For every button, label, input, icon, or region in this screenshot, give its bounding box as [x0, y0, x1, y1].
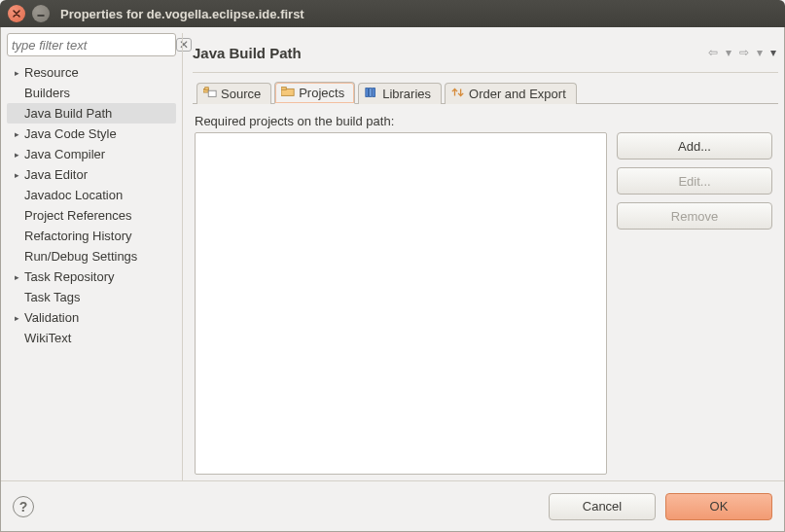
- expand-icon[interactable]: ▸: [11, 313, 22, 323]
- tab-label: Order and Export: [469, 87, 566, 101]
- edit-button: Edit...: [617, 167, 772, 195]
- expand-icon[interactable]: ▸: [11, 129, 22, 139]
- sidebar-item-refactoring-history[interactable]: Refactoring History: [7, 226, 176, 246]
- source-icon: [203, 87, 217, 101]
- projects-icon: [281, 86, 295, 100]
- tab-label: Source: [221, 87, 261, 101]
- tab-label: Libraries: [382, 87, 431, 101]
- expand-icon[interactable]: ▸: [11, 68, 22, 78]
- window-title: Properties for de.vogella.eclipse.ide.fi…: [60, 7, 304, 21]
- tab-order-and-export[interactable]: Order and Export: [445, 83, 577, 104]
- sidebar-item-java-compiler[interactable]: ▸Java Compiler: [7, 144, 176, 164]
- expand-icon[interactable]: ▸: [11, 150, 22, 160]
- back-icon[interactable]: ⇦: [706, 44, 720, 61]
- sidebar-item-validation[interactable]: ▸Validation: [7, 307, 176, 328]
- svg-rect-4: [281, 88, 286, 90]
- sidebar-item-label: Java Code Style: [24, 126, 117, 141]
- svg-rect-6: [370, 89, 373, 97]
- sidebar-item-label: Refactoring History: [24, 229, 132, 243]
- required-projects-label: Required projects on the build path:: [195, 114, 772, 128]
- category-tree[interactable]: ▸ResourceBuildersJava Build Path▸Java Co…: [7, 62, 176, 480]
- svg-rect-7: [373, 89, 375, 97]
- close-icon[interactable]: [8, 5, 25, 22]
- sidebar-item-label: WikiText: [24, 331, 71, 345]
- sidebar-item-project-references[interactable]: Project References: [7, 205, 176, 226]
- project-buttons: Add... Edit... Remove: [617, 132, 772, 475]
- libraries-icon: [365, 87, 378, 101]
- sidebar-item-label: Run/Debug Settings: [24, 249, 137, 264]
- minimize-icon[interactable]: [32, 5, 50, 22]
- cancel-button[interactable]: Cancel: [549, 493, 656, 520]
- sidebar-item-label: Validation: [24, 310, 79, 325]
- sidebar-item-label: Task Repository: [24, 269, 114, 284]
- expand-icon[interactable]: ▸: [11, 272, 22, 282]
- sidebar-item-label: Project References: [24, 208, 132, 223]
- back-menu-icon[interactable]: ▾: [724, 44, 733, 61]
- sidebar-item-resource[interactable]: ▸Resource: [7, 62, 176, 83]
- sidebar-item-run-debug-settings[interactable]: Run/Debug Settings: [7, 246, 176, 266]
- dialog-footer: ? Cancel OK: [1, 480, 784, 531]
- titlebar: Properties for de.vogella.eclipse.ide.fi…: [0, 0, 785, 27]
- sidebar-item-builders[interactable]: Builders: [7, 83, 176, 103]
- sidebar-item-label: Task Tags: [24, 290, 81, 304]
- sidebar-item-task-repository[interactable]: ▸Task Repository: [7, 266, 176, 287]
- sidebar-item-label: Javadoc Location: [24, 188, 123, 202]
- sidebar-item-label: Resource: [24, 65, 79, 80]
- ok-button[interactable]: OK: [665, 493, 772, 520]
- remove-button: Remove: [617, 202, 772, 230]
- sidebar-item-java-editor[interactable]: ▸Java Editor: [7, 164, 176, 185]
- filter-input[interactable]: [12, 38, 176, 53]
- tab-projects-body: Required projects on the build path: Add…: [193, 104, 778, 480]
- tabbar: SourceProjectsLibrariesOrder and Export: [193, 81, 778, 104]
- filter-field[interactable]: ✕: [7, 33, 176, 56]
- header-separator: [193, 72, 778, 73]
- tab-source[interactable]: Source: [196, 83, 271, 104]
- required-projects-list[interactable]: [195, 132, 607, 475]
- header-nav-icons: ⇦ ▾ ⇨ ▾ ▾: [706, 44, 778, 61]
- sidebar-item-label: Java Build Path: [24, 106, 112, 121]
- svg-rect-1: [205, 88, 209, 90]
- sidebar-item-java-code-style[interactable]: ▸Java Code Style: [7, 124, 176, 144]
- help-icon[interactable]: ?: [13, 496, 34, 517]
- view-menu-icon[interactable]: ▾: [768, 44, 778, 61]
- page-title: Java Build Path: [193, 45, 302, 61]
- sidebar-item-label: Builders: [24, 86, 70, 100]
- forward-menu-icon[interactable]: ▾: [755, 44, 765, 61]
- forward-icon[interactable]: ⇨: [737, 44, 751, 61]
- tab-label: Projects: [299, 86, 344, 100]
- order-and-export-icon: [451, 87, 465, 101]
- sidebar-item-task-tags[interactable]: Task Tags: [7, 287, 176, 307]
- expand-icon[interactable]: ▸: [11, 170, 22, 180]
- sidebar-item-wikitext[interactable]: WikiText: [7, 328, 176, 348]
- svg-rect-5: [366, 89, 369, 97]
- tab-projects[interactable]: Projects: [274, 82, 355, 104]
- tab-libraries[interactable]: Libraries: [358, 83, 442, 104]
- add-button[interactable]: Add...: [617, 132, 772, 160]
- sidebar-item-javadoc-location[interactable]: Javadoc Location: [7, 185, 176, 205]
- sidebar-item-java-build-path[interactable]: Java Build Path: [7, 103, 176, 124]
- content-area: Java Build Path ⇦ ▾ ⇨ ▾ ▾ SourceProjects…: [182, 33, 778, 480]
- sidebar-item-label: Java Compiler: [24, 147, 105, 161]
- sidebar: ✕ ▸ResourceBuildersJava Build Path▸Java …: [7, 33, 176, 480]
- svg-rect-2: [208, 90, 216, 96]
- sidebar-item-label: Java Editor: [24, 167, 88, 182]
